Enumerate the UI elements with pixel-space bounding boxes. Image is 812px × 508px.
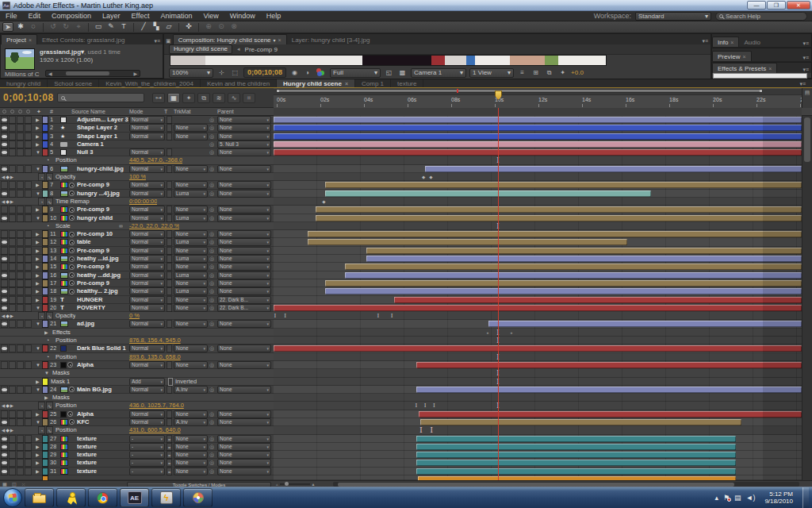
solo-toggle[interactable] [17,124,24,132]
solo-toggle[interactable] [17,214,24,222]
minimize-button[interactable]: — [747,1,766,10]
parent-pickwhip-icon[interactable]: ◎ [209,361,214,369]
keyframe-marker[interactable]: ◆ [322,198,325,206]
timeline-tab-hungry-child[interactable]: hungry child [0,79,48,89]
link-dimensions-icon[interactable]: ∞ [119,222,123,230]
lock-toggle[interactable] [25,410,32,418]
track-matte-select[interactable]: None▾ [174,296,208,304]
expand-arrow-icon[interactable]: ▶ [36,181,40,189]
track-matte-select[interactable]: Luma▾ [174,271,208,279]
parent-select[interactable]: 5. Null 3▾ [217,140,271,148]
close-button[interactable]: ✕ [787,1,810,10]
solo-toggle[interactable] [17,279,24,287]
audio-toggle[interactable] [9,320,16,328]
parent-select[interactable]: None▾ [217,165,271,173]
hand-tool[interactable]: ✱ [15,22,26,32]
property-row[interactable]: ◔ Position 893.6, 135.0, 658.0 [0,353,274,361]
panel-menu-icon[interactable]: ▾≡ [802,67,811,73]
layer-row[interactable]: ▼ 6 hungry-child.jpg Normal▾ None▾ ◎ Non… [0,165,274,173]
keyframe-marker[interactable]: ◆ [429,173,432,181]
expand-arrow-icon[interactable]: ▶ [36,296,40,304]
layer-row[interactable]: ▶ 18 healthy... 2.jpg Normal▾ Luma▾ ◎ No… [0,287,274,295]
expand-arrow-icon[interactable]: ▼ [36,304,40,312]
solo-toggle[interactable] [17,451,24,459]
layer-duration-bar[interactable] [274,141,802,148]
lock-toggle[interactable] [25,271,32,279]
parent-select[interactable]: None▾ [217,148,271,156]
project-horizontal-scrollbar[interactable]: ◀ ▶ [45,70,140,77]
after-effects-app[interactable]: AE [120,488,149,507]
parent-select[interactable]: None▾ [217,418,271,426]
col-source-name[interactable]: Source Name [71,109,105,114]
audio-toggle[interactable] [9,255,16,263]
parent-select[interactable]: None▾ [217,443,271,451]
lock-toggle[interactable] [25,296,32,304]
panel-menu-icon[interactable]: ▾≡ [154,38,163,44]
expand-arrow-icon[interactable]: ▶ [36,255,40,263]
layer-duration-bar[interactable] [274,133,802,140]
layer-color-swatch[interactable] [42,279,48,287]
solo-toggle[interactable] [17,468,24,475]
eye-toggle[interactable] [1,386,8,394]
parent-select[interactable]: None▾ [217,361,271,369]
layer-name[interactable]: HUNGER [77,296,128,304]
timeline-tab-comp-1[interactable]: Comp 1 [355,79,391,89]
expand-arrow-icon[interactable]: ▶ [44,329,48,337]
snapshot-icon[interactable]: ◉ [289,68,300,77]
layer-color-swatch[interactable] [42,206,48,214]
blend-mode-select[interactable]: Normal▾ [129,304,165,312]
expand-arrow-icon[interactable]: ▶ [36,443,40,451]
property-row[interactable]: ◔ Position 440.5, 247.0, -368.0 [0,156,274,164]
blend-mode-select[interactable]: -▾ [129,443,165,451]
layer-duration-bar[interactable] [425,166,802,172]
effects-search-input[interactable] [713,73,807,79]
solo-toggle[interactable] [17,320,24,328]
layer-duration-bar[interactable] [420,419,741,425]
menu-help[interactable]: Help [261,12,287,20]
solo-toggle[interactable] [17,165,24,173]
parent-pickwhip-icon[interactable]: ◎ [209,468,214,475]
layer-duration-bar[interactable] [325,280,802,287]
parent-pickwhip-icon[interactable]: ◎ [209,133,214,140]
eye-toggle[interactable] [1,133,8,140]
expand-arrow-icon[interactable]: ▶ [36,410,40,418]
trkmat-t-cell[interactable] [167,320,172,328]
eye-toggle[interactable] [1,124,8,132]
parent-select[interactable]: None▾ [217,255,271,263]
layer-name[interactable]: table [77,238,128,246]
lock-toggle[interactable] [25,287,32,295]
property-name[interactable]: Position [56,337,77,344]
eye-toggle[interactable] [1,287,8,295]
audio-toggle[interactable] [9,279,16,287]
parent-pickwhip-icon[interactable]: ◎ [209,296,214,304]
footage-thumbnail[interactable] [5,48,35,70]
motion-blur-icon[interactable]: ≋ [213,93,225,103]
parent-pickwhip-icon[interactable]: ◎ [209,386,214,394]
expand-arrow-icon[interactable]: ▶ [36,459,40,467]
col-mode[interactable]: Mode [129,109,144,114]
expand-arrow-icon[interactable]: ▶ [36,140,40,148]
parent-pickwhip-icon[interactable]: ◎ [209,320,214,328]
menu-file[interactable]: File [0,12,23,20]
layer-color-swatch[interactable] [42,214,48,222]
solo-toggle[interactable] [17,435,24,443]
layer-color-swatch[interactable] [42,255,48,263]
tab-info[interactable]: Info× [712,37,739,47]
layer-row[interactable]: ▶ 7 Pre-comp 9 Normal▾ None▾ ◎ None▾ [0,181,274,189]
volume-icon[interactable]: ◄) [746,494,756,502]
layer-color-swatch[interactable] [42,410,48,418]
layer-name[interactable]: Dark Blue Solid 1 [77,344,128,352]
track-matte-select[interactable]: None▾ [174,133,208,140]
menu-edit[interactable]: Edit [23,12,47,20]
parent-pickwhip-icon[interactable]: ◎ [209,344,214,352]
layer-duration-bar[interactable] [274,345,802,352]
layer-duration-bar[interactable] [488,321,802,327]
blend-mode-select[interactable]: Normal▾ [129,386,165,394]
parent-pickwhip-icon[interactable]: ◎ [209,140,214,148]
parent-pickwhip-icon[interactable]: ◎ [209,279,214,287]
eraser-tool[interactable]: ▱ [163,22,174,32]
expand-arrow-icon[interactable]: ▼ [36,165,40,173]
audio-toggle[interactable] [9,443,16,451]
layer-row[interactable]: ▶ 31 texture -▾ = None▾ ◎ None▾ [0,468,274,475]
timeline-tab-kevin-with-the-children-2004[interactable]: Kevin_With_the_children_2004 [99,79,201,89]
